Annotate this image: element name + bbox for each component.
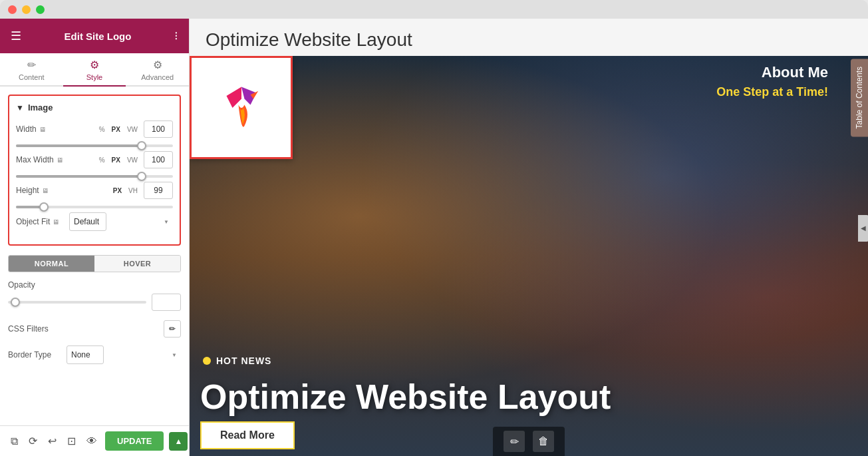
update-button[interactable]: UPDATE xyxy=(105,431,164,451)
image-section: ▼ Image Width 🖥 % PX VW xyxy=(8,95,181,246)
advanced-icon: ⚙ xyxy=(153,59,162,71)
max-width-unit-vw[interactable]: VW xyxy=(125,156,140,164)
max-width-unit-px[interactable]: PX xyxy=(110,156,122,164)
state-tab-normal[interactable]: NORMAL xyxy=(9,256,94,272)
height-slider[interactable] xyxy=(16,206,173,208)
width-input[interactable] xyxy=(144,120,173,138)
max-width-row: Max Width 🖥 % PX VW xyxy=(16,151,173,168)
grid-icon[interactable]: ⁝ xyxy=(174,29,178,43)
section-title: Image xyxy=(28,103,53,113)
object-fit-label: Object Fit 🖥 xyxy=(16,217,69,226)
close-icon[interactable] xyxy=(8,5,17,14)
tab-advanced-label: Advanced xyxy=(141,73,174,81)
section-collapse-icon[interactable]: ▼ xyxy=(16,103,24,113)
visibility-icon[interactable]: 👁 xyxy=(84,434,100,449)
site-logo-svg xyxy=(212,78,271,138)
state-tabs: NORMAL HOVER xyxy=(8,255,181,272)
style-icon: ⚙ xyxy=(90,59,99,71)
maximize-icon[interactable] xyxy=(36,5,45,14)
border-type-select-wrapper: None Solid Dashed Dotted Double xyxy=(67,345,181,364)
opacity-slider[interactable] xyxy=(8,301,146,304)
content-icon: ✏ xyxy=(27,59,36,71)
hero-about-text: About Me xyxy=(716,64,828,81)
height-label: Height 🖥 xyxy=(16,186,69,195)
logo-inner xyxy=(205,71,278,144)
height-unit-px[interactable]: PX xyxy=(111,186,124,195)
max-width-units: % PX VW xyxy=(97,156,140,164)
height-row: Height 🖥 PX VH xyxy=(16,182,173,199)
opacity-row xyxy=(8,294,181,311)
state-tab-hover[interactable]: HOVER xyxy=(94,256,180,272)
collapse-panel-arrow[interactable]: ◀ xyxy=(858,215,868,242)
object-fit-select[interactable]: Default Fill Cover Contain None xyxy=(69,212,106,231)
logo-box[interactable] xyxy=(190,56,293,159)
toc-tab[interactable]: Table of Contents xyxy=(851,59,868,136)
section-header: ▼ Image xyxy=(16,103,173,113)
border-type-label: Border Type xyxy=(8,350,61,359)
hero-main-title: Optimize Website Layout xyxy=(200,378,611,416)
tab-style[interactable]: ⚙ Style xyxy=(63,53,126,87)
opacity-input[interactable] xyxy=(152,294,181,311)
tab-content-label: Content xyxy=(19,73,45,81)
hot-news-dot xyxy=(203,357,211,365)
hot-news-badge: HOT NEWS xyxy=(203,355,271,366)
layers-icon[interactable]: ⧉ xyxy=(8,434,21,449)
tab-content[interactable]: ✏ Content xyxy=(0,53,63,87)
update-dropdown-button[interactable]: ▲ xyxy=(169,432,188,451)
object-fit-select-wrapper: Default Fill Cover Contain None xyxy=(69,212,173,231)
monitor-icon: 🖥 xyxy=(39,126,46,133)
window-chrome xyxy=(0,0,868,19)
panel-tabs: ✏ Content ⚙ Style ⚙ Advanced xyxy=(0,53,189,87)
tab-advanced[interactable]: ⚙ Advanced xyxy=(126,53,189,87)
object-fit-row: Object Fit 🖥 Default Fill Cover Contain … xyxy=(16,212,173,231)
css-filters-row: CSS Filters ✏ xyxy=(8,320,181,338)
border-type-row: Border Type None Solid Dashed Dotted Dou… xyxy=(8,345,181,364)
hero-edit-bar: ✏ 🗑 xyxy=(493,427,565,456)
panel-title: Edit Site Logo xyxy=(65,31,132,42)
width-label: Width 🖥 xyxy=(16,124,69,134)
history-icon[interactable]: ⟳ xyxy=(26,433,40,449)
minimize-icon[interactable] xyxy=(22,5,31,14)
object-fit-icon: 🖥 xyxy=(53,218,59,226)
left-panel: ☰ Edit Site Logo ⁝ ✏ Content ⚙ Style ⚙ A… xyxy=(0,19,190,456)
read-more-button[interactable]: Read More xyxy=(200,421,295,449)
css-filters-edit-button[interactable]: ✏ xyxy=(164,320,181,338)
width-units: % PX VW xyxy=(97,125,140,134)
hero-subtitle-text: One Step at a Time! xyxy=(716,85,828,99)
hot-news-label: HOT NEWS xyxy=(216,355,271,366)
tab-style-label: Style xyxy=(86,73,102,81)
max-width-unit-percent[interactable]: % xyxy=(97,156,107,164)
max-width-input[interactable] xyxy=(144,151,173,168)
height-input[interactable] xyxy=(144,182,173,199)
height-monitor-icon: 🖥 xyxy=(42,187,49,194)
height-units: PX VH xyxy=(111,186,140,195)
border-type-select[interactable]: None Solid Dashed Dotted Double xyxy=(67,345,104,364)
right-content: Optimize Website Layout Table of Content… xyxy=(190,19,868,456)
width-unit-percent[interactable]: % xyxy=(97,125,107,134)
opacity-section: Opacity xyxy=(8,280,181,311)
panel-content: ▼ Image Width 🖥 % PX VW xyxy=(0,87,189,425)
width-row: Width 🖥 % PX VW xyxy=(16,120,173,138)
website-preview: About Me One Step at a Time! HOT NEWS Op… xyxy=(190,56,868,456)
max-width-slider[interactable] xyxy=(16,175,173,178)
hero-delete-button[interactable]: 🗑 xyxy=(533,431,554,452)
width-unit-vw[interactable]: VW xyxy=(125,125,140,134)
width-slider[interactable] xyxy=(16,144,173,147)
panel-bottom-toolbar: ⧉ ⟳ ↩ ⊡ 👁 UPDATE ▲ xyxy=(0,425,189,456)
max-width-label: Max Width 🖥 xyxy=(16,155,69,164)
hero-right-text: About Me One Step at a Time! xyxy=(716,64,828,99)
page-title: Optimize Website Layout xyxy=(190,19,868,56)
hero-edit-button[interactable]: ✏ xyxy=(504,431,525,452)
hamburger-icon[interactable]: ☰ xyxy=(11,29,21,43)
max-width-monitor-icon: 🖥 xyxy=(57,156,63,164)
width-unit-px[interactable]: PX xyxy=(110,125,122,134)
opacity-label: Opacity xyxy=(8,280,181,290)
responsive-icon[interactable]: ⊡ xyxy=(65,433,78,449)
height-unit-vh[interactable]: VH xyxy=(126,186,140,195)
css-filters-label: CSS Filters xyxy=(8,324,49,334)
panel-header: ☰ Edit Site Logo ⁝ xyxy=(0,19,189,53)
undo-icon[interactable]: ↩ xyxy=(45,433,59,449)
